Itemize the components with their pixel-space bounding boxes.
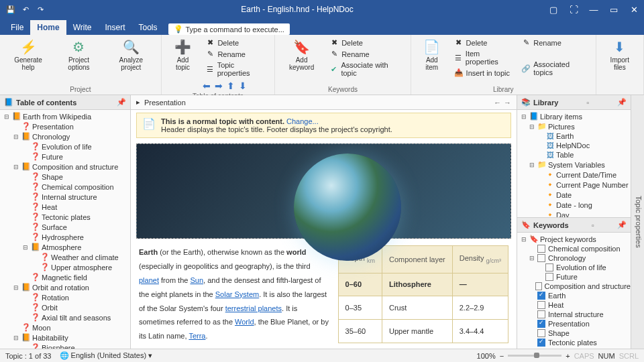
import-files-button[interactable]: ⬇Import files xyxy=(602,38,638,72)
link-terra[interactable]: Terra xyxy=(189,332,205,340)
nav-next-icon[interactable]: → xyxy=(504,99,511,107)
add-keyword-button[interactable]: 🔖Add keyword xyxy=(280,38,323,72)
keyword-item[interactable]: Heat xyxy=(517,300,631,310)
keyword-item[interactable]: Composition and structure xyxy=(517,282,631,291)
add-library-item-button[interactable]: 📄Add item xyxy=(417,38,447,72)
toc-item[interactable]: ⊟📙Earth from Wikipedia xyxy=(0,111,130,121)
data-table[interactable]: Depth kmComponent layerDensity g/cm³0–60… xyxy=(338,245,508,343)
library-item[interactable]: 🔸Date xyxy=(517,190,631,200)
toc-item[interactable]: ❓Axial tilt and seasons xyxy=(0,312,130,322)
pin-icon[interactable]: 📌 xyxy=(117,98,126,107)
library-item[interactable]: ⊟📁Pictures xyxy=(517,121,631,131)
delete-keyword-button[interactable]: ✖Delete xyxy=(327,38,405,48)
delete-library-button[interactable]: ✖Delete xyxy=(451,38,515,48)
keyword-item[interactable]: Future xyxy=(517,272,631,282)
move-right-icon[interactable]: ➡ xyxy=(215,80,223,91)
move-left-icon[interactable]: ⬅ xyxy=(203,80,211,91)
rename-keyword-button[interactable]: ✎Rename xyxy=(327,49,405,59)
tab-home[interactable]: Home xyxy=(30,20,66,35)
nav-prev-icon[interactable]: ← xyxy=(494,99,501,107)
help-icon[interactable]: ▢ xyxy=(543,0,564,19)
library-item[interactable]: 🖼HelpNDoc xyxy=(517,141,631,150)
toc-item[interactable]: ❓Evolution of life xyxy=(0,141,130,152)
library-item[interactable]: 🔸Day xyxy=(517,210,631,217)
library-item[interactable]: 🔸Date - long xyxy=(517,200,631,210)
save-icon[interactable]: 💾 xyxy=(4,3,17,16)
tab-write[interactable]: Write xyxy=(66,20,99,35)
keyword-item[interactable]: Chemical composition xyxy=(517,244,631,253)
toc-item[interactable]: ❓Surface xyxy=(0,222,130,232)
associate-keyword-button[interactable]: ✔Associate with topic xyxy=(327,60,405,78)
tab-tools[interactable]: Tools xyxy=(131,20,164,35)
rename-library-button[interactable]: ✎Rename xyxy=(519,38,590,48)
keyword-item[interactable]: Presentation xyxy=(517,319,631,328)
keyword-item[interactable]: ⊟Chronology xyxy=(517,253,631,263)
checkbox[interactable] xyxy=(537,254,545,262)
toc-item[interactable]: ❓Upper atmosphere xyxy=(0,262,130,272)
zoom-in-icon[interactable]: + xyxy=(566,352,570,360)
toc-item[interactable]: ⊟📙Composition and structure xyxy=(0,162,130,172)
toc-item[interactable]: ❓Future xyxy=(0,152,130,162)
insert-in-topic-button[interactable]: 📥Insert in topic xyxy=(451,68,515,78)
toc-item[interactable]: ⊟📙Habitability xyxy=(0,333,130,343)
library-item[interactable]: ⊟📘Library items xyxy=(517,111,631,121)
toc-item[interactable]: ⊟📙Atmosphere xyxy=(0,242,130,252)
topic-properties-button[interactable]: ☰Topic properties xyxy=(203,60,269,78)
checkbox[interactable] xyxy=(537,320,545,328)
checkbox[interactable] xyxy=(535,282,542,290)
keyword-item[interactable]: Internal structure xyxy=(517,310,631,319)
checkbox[interactable] xyxy=(545,263,553,272)
toc-item[interactable]: ❓Presentation xyxy=(0,121,130,131)
topic-properties-tab[interactable]: Topic properties xyxy=(631,95,644,349)
pin-icon[interactable]: ▫ xyxy=(586,99,589,107)
library-properties-button[interactable]: ☰Item properties xyxy=(451,49,515,66)
minimize-icon[interactable]: — xyxy=(584,0,604,19)
library-item[interactable]: 🔸Current Page Number xyxy=(517,180,631,190)
link-planet[interactable]: planet xyxy=(139,276,159,284)
toc-item[interactable]: ❓Rotation xyxy=(0,292,130,302)
toc-item[interactable]: ❓Biosphere xyxy=(0,343,130,349)
zoom-out-icon[interactable]: − xyxy=(500,352,504,360)
checkbox[interactable] xyxy=(537,301,545,309)
toc-item[interactable]: ❓Orbit xyxy=(0,302,130,312)
checkbox[interactable] xyxy=(545,273,553,281)
project-options-button[interactable]: ⚙Project options xyxy=(55,38,103,72)
article-text[interactable]: Earth (or the Earth), otherwise known as… xyxy=(139,245,330,343)
library-item[interactable]: 🖼Table xyxy=(517,150,631,160)
library-item[interactable]: 🔸Current Date/Time xyxy=(517,170,631,180)
hero-image[interactable] xyxy=(136,143,511,239)
toc-item[interactable]: ❓Moon xyxy=(0,322,130,333)
library-item[interactable]: 🖼Earth xyxy=(517,131,631,141)
undo-icon[interactable]: ↶ xyxy=(19,3,32,16)
link-world[interactable]: World xyxy=(235,318,254,326)
link-sun[interactable]: Sun xyxy=(190,276,203,284)
checkbox[interactable] xyxy=(537,329,545,337)
keywords-tree[interactable]: ⊟🔖Project keywordsChemical composition⊟C… xyxy=(517,233,631,349)
maximize-icon[interactable]: ▭ xyxy=(604,0,624,19)
move-down-icon[interactable]: ⬇ xyxy=(239,80,247,91)
checkbox[interactable] xyxy=(537,339,545,347)
breadcrumb[interactable]: Presentation xyxy=(144,99,186,107)
change-link[interactable]: Change... xyxy=(286,117,319,125)
library-tree[interactable]: ⊟📘Library items⊟📁Pictures🖼Earth🖼HelpNDoc… xyxy=(517,110,631,217)
associated-topics-button[interactable]: 🔗Associated topics xyxy=(519,60,590,77)
command-search[interactable]: 💡 Type a command to execute... xyxy=(168,23,290,35)
toc-item[interactable]: ❓Weather and climate xyxy=(0,252,130,262)
checkbox[interactable] xyxy=(537,292,545,300)
keyword-item[interactable]: Earth xyxy=(517,291,631,300)
pin-icon[interactable]: ▫ xyxy=(592,221,594,229)
keyword-item[interactable]: ⊟🔖Project keywords xyxy=(517,234,631,244)
fullscreen-icon[interactable]: ⛶ xyxy=(564,0,584,19)
status-language[interactable]: 🌐 English (United States) ▾ xyxy=(60,351,153,360)
keyword-item[interactable]: Evolution of life xyxy=(517,263,631,272)
tab-insert[interactable]: Insert xyxy=(98,20,131,35)
toc-item[interactable]: ❓Hydrosphere xyxy=(0,232,130,242)
analyze-project-button[interactable]: 🔍Analyze project xyxy=(107,38,156,72)
pin-icon[interactable]: 📌 xyxy=(617,221,627,229)
checkbox[interactable] xyxy=(537,245,545,253)
toc-item[interactable]: ❓Shape xyxy=(0,172,130,182)
toc-item[interactable]: ⊟📙Orbit and rotation xyxy=(0,282,130,292)
zoom-slider[interactable] xyxy=(508,355,561,357)
toc-item[interactable]: ❓Internal structure xyxy=(0,192,130,202)
tab-file[interactable]: File xyxy=(4,20,30,35)
